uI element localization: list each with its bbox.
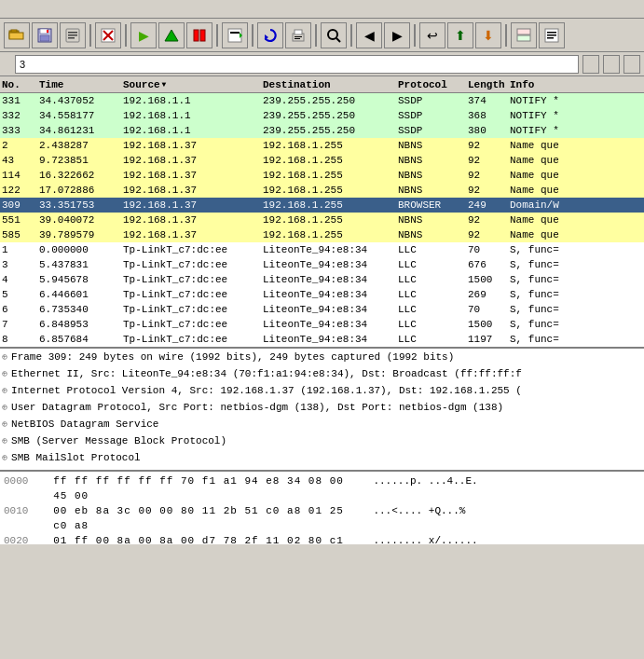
capture-start-button[interactable]: ▶ — [130, 22, 157, 48]
print-button[interactable] — [285, 22, 311, 48]
table-row[interactable]: 1 0.000000 Tp-LinkT_c7:dc:ee LiteonTe_94… — [0, 242, 644, 257]
cell-dest: 239.255.255.250 — [261, 110, 396, 121]
cell-source: 192.168.1.1 — [121, 125, 261, 136]
table-row[interactable]: 333 34.861231 192.168.1.1 239.255.255.25… — [0, 123, 644, 138]
table-row[interactable]: 5 6.446601 Tp-LinkT_c7:dc:ee LiteonTe_94… — [0, 287, 644, 302]
menu-go[interactable] — [37, 7, 48, 11]
cell-source: 192.168.1.37 — [121, 214, 261, 226]
clear-button[interactable] — [603, 55, 620, 74]
save-button[interactable] — [32, 22, 58, 48]
table-row[interactable]: 4 5.945678 Tp-LinkT_c7:dc:ee LiteonTe_94… — [0, 272, 644, 287]
list-item[interactable]: ⊕SMB (Server Message Block Protocol) — [0, 432, 644, 449]
menu-edit[interactable] — [15, 7, 26, 11]
expression-button[interactable] — [582, 55, 599, 74]
reload-button[interactable] — [257, 22, 283, 48]
expand-icon[interactable]: ⊕ — [2, 385, 7, 396]
cell-len: 1500 — [466, 319, 508, 330]
first-button[interactable]: ⬆ — [447, 22, 473, 48]
cell-no: 7 — [0, 319, 37, 330]
col-header-dest[interactable]: Destination — [261, 79, 396, 90]
capture-restart-button[interactable] — [186, 22, 212, 48]
expand-icon[interactable]: ⊕ — [2, 402, 7, 413]
expand-icon[interactable]: ⊕ — [2, 452, 7, 463]
table-row[interactable]: 114 16.322662 192.168.1.37 192.168.1.255… — [0, 168, 644, 183]
cell-len: 374 — [466, 95, 508, 106]
cell-no: 8 — [0, 334, 37, 345]
table-row[interactable]: 43 9.723851 192.168.1.37 192.168.1.255 N… — [0, 153, 644, 168]
menu-help[interactable] — [116, 7, 127, 11]
expand-icon[interactable]: ⊕ — [2, 419, 7, 430]
capture-stop-button[interactable] — [158, 22, 185, 48]
hex-rows: 0000 ff ff ff ff ff ff 70 f1 a1 94 e8 34… — [4, 474, 640, 544]
cell-proto: NBNS — [396, 214, 466, 226]
table-row[interactable]: 3 5.437831 Tp-LinkT_c7:dc:ee LiteonTe_94… — [0, 257, 644, 272]
list-item[interactable]: ⊕NetBIOS Datagram Service — [0, 416, 644, 432]
col-header-time[interactable]: Time — [37, 79, 121, 90]
col-header-info[interactable]: Info — [508, 79, 644, 90]
goto-button[interactable]: ↩ — [419, 22, 445, 48]
colorize-button[interactable] — [511, 22, 537, 48]
col-header-proto[interactable]: Protocol — [396, 79, 466, 90]
cell-info: Name que — [508, 155, 644, 166]
col-header-no[interactable]: No. — [0, 79, 37, 90]
apply-button[interactable] — [623, 55, 640, 74]
autoscroll-button[interactable] — [539, 22, 565, 48]
menu-analyze[interactable] — [60, 7, 71, 11]
forward-button[interactable]: ▶ — [384, 22, 410, 48]
table-row[interactable]: 122 17.072886 192.168.1.37 192.168.1.255… — [0, 183, 644, 198]
list-item[interactable]: ⊕Frame 309: 249 bytes on wire (1992 bits… — [0, 349, 644, 365]
properties-button[interactable] — [60, 22, 86, 48]
last-button[interactable]: ⬇ — [475, 22, 501, 48]
table-row[interactable]: 332 34.558177 192.168.1.1 239.255.255.25… — [0, 108, 644, 123]
cell-source: Tp-LinkT_c7:dc:ee — [121, 319, 261, 330]
list-item[interactable]: ⊕SMB MailSlot Protocol — [0, 449, 644, 466]
open-button[interactable] — [4, 22, 30, 48]
cell-no: 333 — [0, 125, 37, 136]
cell-dest: 192.168.1.255 — [261, 214, 396, 226]
table-row[interactable]: 2 2.438287 192.168.1.37 192.168.1.255 NB… — [0, 138, 644, 153]
menu-telephony[interactable] — [82, 7, 93, 11]
menu-internals[interactable] — [104, 7, 116, 11]
table-row[interactable]: 331 34.437052 192.168.1.1 239.255.255.25… — [0, 93, 644, 108]
expand-icon[interactable]: ⊕ — [2, 435, 7, 446]
menu-view[interactable] — [26, 7, 37, 11]
cell-time: 16.322662 — [37, 170, 121, 181]
table-row[interactable]: 309 33.351753 192.168.1.37 192.168.1.255… — [0, 198, 644, 213]
cell-info: S, func= — [508, 334, 644, 345]
back-button[interactable]: ◀ — [356, 22, 382, 48]
cell-time: 5.437831 — [37, 259, 121, 270]
detail-text: Ethernet II, Src: LiteonTe_94:e8:34 (70:… — [11, 368, 522, 379]
table-row[interactable]: 551 39.040072 192.168.1.37 192.168.1.255… — [0, 213, 644, 227]
svg-rect-22 — [295, 30, 302, 34]
cell-dest: LiteonTe_94:e8:34 — [261, 289, 396, 300]
cell-info: Name que — [508, 170, 644, 181]
cell-no: 122 — [0, 185, 37, 196]
cell-len: 70 — [466, 244, 508, 255]
find-button[interactable] — [321, 22, 347, 48]
cell-no: 331 — [0, 95, 37, 106]
menu-tools[interactable] — [93, 7, 104, 11]
menu-statistics[interactable] — [71, 7, 82, 11]
close-file-button[interactable] — [95, 22, 121, 48]
table-row[interactable]: 8 6.857684 Tp-LinkT_c7:dc:ee LiteonTe_94… — [0, 332, 644, 347]
table-row[interactable]: 6 6.735340 Tp-LinkT_c7:dc:ee LiteonTe_94… — [0, 302, 644, 317]
list-item[interactable]: ⊕User Datagram Protocol, Src Port: netbi… — [0, 399, 644, 416]
expand-icon[interactable]: ⊕ — [2, 368, 7, 379]
svg-rect-17 — [228, 29, 241, 42]
col-header-len[interactable]: Length — [466, 79, 508, 90]
list-item[interactable]: ⊕Ethernet II, Src: LiteonTe_94:e8:34 (70… — [0, 365, 644, 382]
capture-options-button[interactable] — [222, 22, 248, 48]
menu-capture[interactable] — [48, 7, 60, 11]
expand-icon[interactable]: ⊕ — [2, 351, 7, 363]
filter-input[interactable] — [15, 55, 579, 74]
cell-info: S, func= — [508, 259, 644, 270]
cell-time: 33.351753 — [37, 199, 121, 211]
menu-file[interactable] — [4, 7, 15, 11]
col-header-source[interactable]: Source ▼ — [121, 79, 261, 90]
cell-time: 0.000000 — [37, 244, 121, 255]
cell-proto: NBNS — [396, 155, 466, 166]
list-item[interactable]: ⊕Internet Protocol Version 4, Src: 192.1… — [0, 382, 644, 399]
cell-time: 39.040072 — [37, 214, 121, 226]
table-row[interactable]: 585 39.789579 192.168.1.37 192.168.1.255… — [0, 227, 644, 242]
table-row[interactable]: 7 6.848953 Tp-LinkT_c7:dc:ee LiteonTe_94… — [0, 317, 644, 332]
